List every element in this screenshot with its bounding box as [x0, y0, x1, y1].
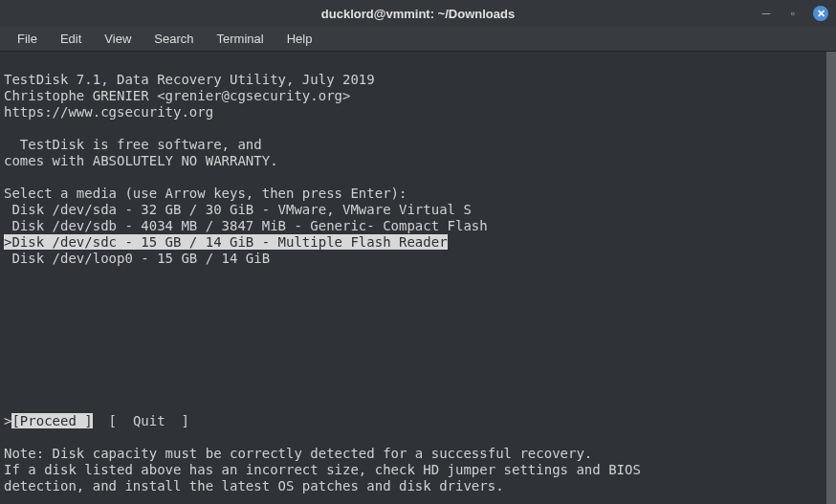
window-title: ducklord@vmmint: ~/Downloads	[321, 7, 515, 21]
disk-option-1[interactable]: Disk /dev/sda - 32 GB / 30 GiB - VMware,…	[4, 202, 472, 217]
quit-button[interactable]: [ Quit ]	[109, 413, 189, 428]
header-line-1: TestDisk 7.1, Data Recovery Utility, Jul…	[4, 72, 375, 87]
disk-option-4[interactable]: Disk /dev/loop0 - 15 GB / 14 GiB	[4, 251, 270, 266]
window-controls: ─ ▫ ✕	[759, 6, 828, 21]
menu-search[interactable]: Search	[144, 29, 203, 49]
menu-edit[interactable]: Edit	[51, 29, 91, 49]
menu-file[interactable]: File	[8, 29, 47, 49]
select-prompt: Select a media (use Arrow keys, then pre…	[4, 186, 407, 201]
window-titlebar: ducklord@vmmint: ~/Downloads ─ ▫ ✕	[0, 0, 836, 27]
menu-help[interactable]: Help	[277, 29, 322, 49]
scrollbar-thumb[interactable]	[826, 52, 836, 504]
note-line-3: detection, and install the latest OS pat…	[4, 478, 504, 493]
minimize-icon[interactable]: ─	[759, 7, 773, 20]
action-gap	[93, 413, 109, 428]
note-line-2: If a disk listed above has an incorrect …	[4, 462, 641, 477]
free-line-1: TestDisk is free software, and	[4, 137, 262, 152]
note-line-1: Note: Disk capacity must be correctly de…	[4, 446, 592, 461]
scrollbar-track[interactable]	[826, 52, 836, 504]
disk-option-3-selected[interactable]: >Disk /dev/sdc - 15 GB / 14 GiB - Multip…	[4, 234, 448, 250]
header-line-3: https://www.cgsecurity.org	[4, 104, 213, 120]
terminal-output[interactable]: TestDisk 7.1, Data Recovery Utility, Jul…	[0, 52, 836, 504]
close-icon[interactable]: ✕	[813, 6, 828, 21]
free-line-2: comes with ABSOLUTELY NO WARRANTY.	[4, 153, 278, 168]
menu-terminal[interactable]: Terminal	[208, 29, 274, 49]
header-line-2: Christophe GRENIER <grenier@cgsecurity.o…	[4, 88, 350, 103]
disk-option-2[interactable]: Disk /dev/sdb - 4034 MB / 3847 MiB - Gen…	[4, 218, 488, 233]
menu-view[interactable]: View	[95, 29, 141, 49]
maximize-icon[interactable]: ▫	[786, 7, 800, 20]
proceed-button[interactable]: [Proceed ]	[11, 413, 92, 428]
blank-space	[4, 267, 832, 397]
menubar: File Edit View Search Terminal Help	[0, 27, 836, 52]
